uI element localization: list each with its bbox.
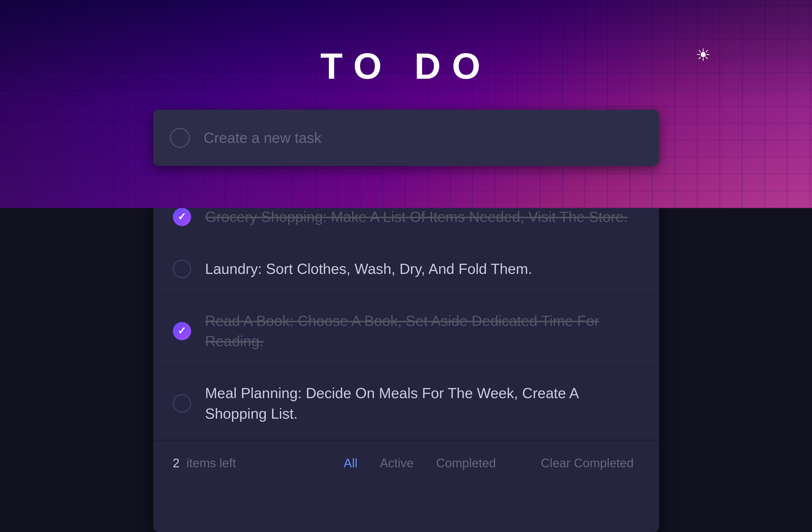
todo-item[interactable]: Laundry: Sort Clothes, Wash, Dry, And Fo… xyxy=(153,243,659,295)
items-count-number: 2 xyxy=(173,456,179,470)
items-left-label: items left xyxy=(186,456,236,470)
main-section: ✓ Grocery Shopping: Make A List Of Items… xyxy=(0,208,812,532)
items-left-count: 2 items left xyxy=(173,456,236,470)
todo-checkbox-1[interactable]: ✓ xyxy=(173,208,191,226)
todo-checkbox-4[interactable] xyxy=(173,394,191,413)
new-task-input[interactable] xyxy=(204,129,642,146)
todo-text-1: Grocery Shopping: Make A List Of Items N… xyxy=(205,207,628,227)
todo-checkbox-2[interactable] xyxy=(173,260,191,278)
todo-text-3: Read A Book: Choose A Book, Set Aside De… xyxy=(205,311,639,352)
app-title: TO DO xyxy=(320,45,492,87)
filter-active-button[interactable]: Active xyxy=(374,453,419,473)
hero-content: TO DO xyxy=(0,0,812,166)
checkmark-icon: ✓ xyxy=(178,211,186,223)
todo-checkbox-3[interactable]: ✓ xyxy=(173,322,191,340)
filter-all-button[interactable]: All xyxy=(338,453,363,473)
hero-section: ☀ TO DO xyxy=(0,0,812,208)
checkmark-icon: ✓ xyxy=(178,325,186,337)
new-task-circle-icon xyxy=(170,128,190,148)
todo-list-container: ✓ Grocery Shopping: Make A List Of Items… xyxy=(153,191,659,532)
clear-completed-button[interactable]: Clear Completed xyxy=(535,453,639,473)
filter-buttons-group: All Active Completed xyxy=(338,453,502,473)
filter-completed-button[interactable]: Completed xyxy=(431,453,502,473)
todo-text-2: Laundry: Sort Clothes, Wash, Dry, And Fo… xyxy=(205,259,532,279)
new-task-container xyxy=(153,110,659,166)
todo-text-4: Meal Planning: Decide On Meals For The W… xyxy=(205,383,639,424)
todo-item[interactable]: Meal Planning: Decide On Meals For The W… xyxy=(153,368,659,440)
footer-bar: 2 items left All Active Completed Clear … xyxy=(153,440,659,486)
todo-item[interactable]: ✓ Read A Book: Choose A Book, Set Aside … xyxy=(153,295,659,368)
